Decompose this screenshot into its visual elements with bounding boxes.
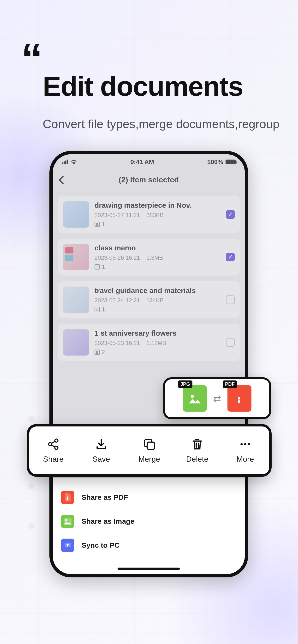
- sheet-item-label: Share as Image: [82, 517, 134, 526]
- share-sheet: Share as PDF Share as Image Sync to PC: [53, 478, 245, 574]
- wifi-icon: [71, 159, 77, 164]
- svg-point-6: [55, 446, 58, 449]
- svg-point-3: [191, 395, 194, 398]
- battery-percent: 100%: [207, 158, 223, 166]
- document-meta: 2023-05-26 16:21 · 1.3MB: [95, 254, 221, 261]
- status-time: 9:41 AM: [130, 158, 154, 166]
- delete-button[interactable]: Delete: [177, 438, 218, 464]
- document-pages: 1: [95, 264, 221, 270]
- document-pages: 2: [95, 349, 221, 356]
- svg-point-5: [55, 439, 58, 442]
- tool-label: Save: [93, 455, 110, 464]
- trash-icon: [191, 438, 204, 451]
- download-icon: [95, 438, 108, 451]
- convert-card: JPG ⇄ PDF: [163, 377, 271, 419]
- hero-title: Edit documents: [43, 70, 284, 102]
- document-meta: 2023-05-24 12:21 · 124KB: [95, 297, 221, 304]
- more-icon: [238, 438, 252, 451]
- svg-point-4: [49, 442, 52, 446]
- document-checkbox[interactable]: [226, 253, 235, 262]
- merge-button[interactable]: Merge: [129, 438, 170, 464]
- svg-point-10: [244, 443, 246, 446]
- home-indicator: [117, 568, 180, 570]
- share-button[interactable]: Share: [33, 438, 74, 464]
- pdf-file-icon: [61, 491, 74, 504]
- sheet-item-label: Share as PDF: [82, 493, 128, 502]
- share-as-pdf-item[interactable]: Share as PDF: [61, 486, 237, 509]
- document-thumbnail: [63, 286, 89, 313]
- document-pages: 1: [95, 221, 221, 228]
- document-thumbnail: [63, 201, 89, 228]
- document-checkbox[interactable]: [226, 338, 235, 347]
- quote-mark-icon: “: [21, 50, 284, 68]
- more-button[interactable]: More: [225, 438, 266, 464]
- tool-label: Merge: [138, 455, 160, 464]
- nav-header: (2) item selected: [53, 170, 245, 190]
- svg-point-1: [65, 519, 67, 521]
- sync-icon: [61, 538, 74, 552]
- tool-label: Share: [43, 455, 63, 464]
- battery-icon: [226, 160, 236, 164]
- svg-rect-8: [147, 442, 154, 449]
- page-icon: [95, 264, 100, 270]
- document-meta: 2023-05-23 16:21 · 1.12MB: [95, 340, 221, 346]
- status-bar: 9:41 AM 100%: [53, 154, 245, 170]
- page-indicator-dot: [28, 483, 35, 489]
- document-checkbox[interactable]: [226, 210, 235, 219]
- tool-label: More: [237, 455, 254, 464]
- action-toolbar: Share Save Merge Delete More: [27, 424, 272, 477]
- merge-icon: [142, 438, 156, 451]
- share-icon: [47, 438, 60, 451]
- document-title: travel guidance and materials: [95, 286, 221, 295]
- page-indicator-dot: [28, 523, 35, 529]
- hero-subtitle: Convert file types,merge documents,regro…: [43, 116, 284, 132]
- page-indicator-dot: [28, 416, 35, 422]
- document-meta: 2023-05-27 11:21 · 383KB: [95, 212, 221, 218]
- jpg-file-icon: JPG: [183, 385, 207, 412]
- hero-section: “ Edit documents Convert file types,merg…: [21, 50, 284, 132]
- document-card[interactable]: 1 st anniversary flowers 2023-05-23 16:2…: [58, 324, 240, 361]
- pdf-file-icon: PDF: [227, 385, 251, 412]
- page-icon: [95, 307, 100, 312]
- swap-arrows-icon: ⇄: [213, 393, 221, 404]
- page-icon: [95, 222, 100, 227]
- sync-to-pc-item[interactable]: Sync to PC: [61, 533, 237, 557]
- phone-frame: 9:41 AM 100% (2) item selected drawing m…: [49, 151, 248, 578]
- document-card[interactable]: class memo 2023-05-26 16:21 · 1.3MB 1: [58, 238, 240, 276]
- page-icon: [95, 350, 100, 355]
- document-checkbox[interactable]: [226, 296, 235, 304]
- document-pages: 1: [95, 306, 221, 313]
- file-badge: PDF: [223, 380, 237, 388]
- svg-point-9: [240, 443, 243, 446]
- document-title: drawing masterpiece in Nov.: [95, 201, 221, 210]
- document-title: class memo: [95, 244, 221, 252]
- file-badge: JPG: [178, 380, 192, 388]
- document-thumbnail: [63, 244, 89, 270]
- share-as-image-item[interactable]: Share as Image: [61, 509, 237, 533]
- document-card[interactable]: drawing masterpiece in Nov. 2023-05-27 1…: [58, 196, 240, 233]
- document-card[interactable]: travel guidance and materials 2023-05-24…: [58, 281, 240, 318]
- tool-label: Delete: [186, 455, 209, 464]
- image-file-icon: [61, 514, 74, 528]
- nav-title: (2) item selected: [53, 176, 245, 184]
- signal-icon: [62, 160, 68, 164]
- svg-point-11: [248, 443, 250, 446]
- save-button[interactable]: Save: [81, 438, 122, 464]
- document-thumbnail: [63, 329, 89, 356]
- document-title: 1 st anniversary flowers: [95, 329, 221, 337]
- sheet-item-label: Sync to PC: [82, 541, 119, 549]
